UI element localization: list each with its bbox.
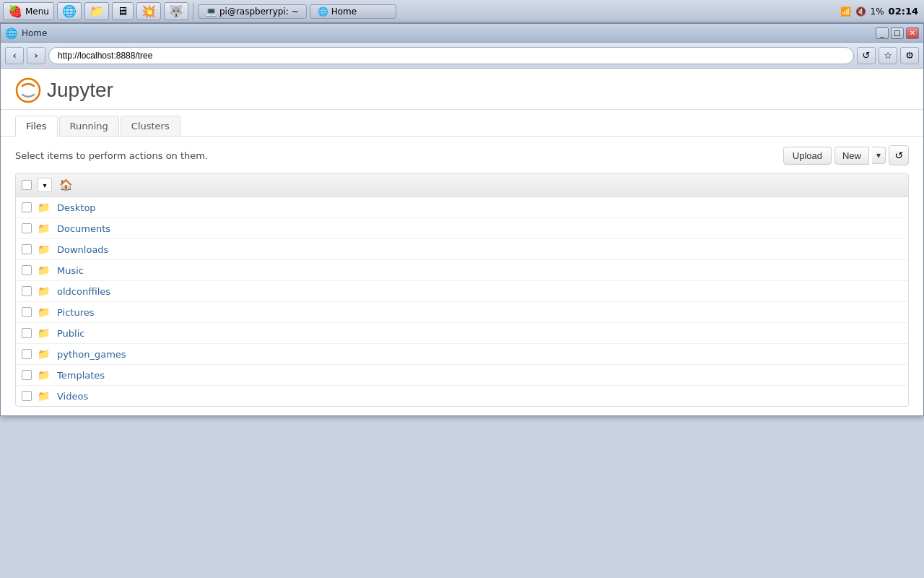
folder-icon: 📁 (38, 306, 50, 318)
file-link-documents[interactable]: Documents (57, 223, 110, 234)
wolf-icon: 🐺 (169, 4, 183, 18)
close-button[interactable]: ✕ (906, 27, 919, 39)
taskbar-burst-icon[interactable]: 💥 (136, 2, 161, 20)
file-checkbox-python-games[interactable] (22, 349, 32, 359)
file-link-music[interactable]: Music (57, 265, 84, 276)
url-bar[interactable] (48, 47, 854, 64)
select-info: Select items to perform actions on them. (15, 150, 208, 161)
taskbar-files-icon[interactable]: 📁 (84, 2, 109, 20)
taskbar-terminal-icon[interactable]: 🖥 (112, 2, 134, 20)
file-checkbox-videos[interactable] (22, 391, 32, 401)
file-link-videos[interactable]: Videos (57, 391, 88, 402)
jupyter-logo (15, 77, 41, 103)
settings-button[interactable]: ⚙ (900, 47, 919, 64)
folder-manager-icon: 📁 (90, 4, 104, 18)
action-buttons: Upload New ▾ ↺ (783, 145, 909, 165)
browser-content: Jupyter Files Running Clusters Select it… (1, 69, 923, 415)
tab-clusters[interactable]: Clusters (121, 116, 180, 136)
terminal-icon: 🖥 (117, 4, 128, 18)
file-table-header: ▾ 🏠 (16, 173, 908, 197)
refresh-button[interactable]: ↺ (889, 145, 909, 165)
tabs: Files Running Clusters (15, 116, 909, 136)
folder-icon: 📁 (38, 369, 50, 381)
folder-icon: 📁 (38, 327, 50, 339)
browser-window-icon: 🌐 (318, 7, 328, 17)
new-button[interactable]: New (834, 147, 869, 165)
taskbar-browser-icon[interactable]: 🌐 (57, 2, 82, 20)
nav-bar: ‹ › ↺ ☆ ⚙ (1, 43, 923, 69)
home-breadcrumb[interactable]: 🏠 (58, 177, 74, 193)
sort-button[interactable]: ▾ (38, 178, 52, 192)
file-actions: Select items to perform actions on them.… (15, 145, 909, 165)
taskbar-wolf-icon[interactable]: 🐺 (164, 2, 188, 20)
minimize-button[interactable]: _ (876, 27, 889, 39)
taskbar-browser-window[interactable]: 🌐 Home (310, 4, 396, 19)
file-checkbox-desktop[interactable] (22, 202, 32, 212)
volume-icon: 🔇 (855, 7, 866, 17)
back-button[interactable]: ‹ (5, 47, 24, 64)
file-checkbox-downloads[interactable] (22, 244, 32, 254)
title-bar: 🌐 Home _ □ ✕ (1, 24, 923, 43)
taskbar: 🍓 Menu 🌐 📁 🖥 💥 🐺 💻 pi@raspberrypi: ~ 🌐 H… (0, 0, 924, 23)
file-row: 📁 python_games (16, 344, 908, 365)
select-all-checkbox[interactable] (22, 180, 32, 190)
bookmark-button[interactable]: ☆ (879, 47, 897, 64)
file-row: 📁 Documents (16, 218, 908, 239)
file-checkbox-documents[interactable] (22, 223, 32, 233)
file-row: 📁 Pictures (16, 302, 908, 323)
folder-icon: 📁 (38, 264, 50, 276)
file-row: 📁 Downloads (16, 239, 908, 260)
browser-window: 🌐 Home _ □ ✕ ‹ › ↺ ☆ ⚙ Jupyter (0, 23, 924, 416)
taskbar-menu[interactable]: 🍓 Menu (3, 2, 54, 20)
svg-point-0 (17, 79, 40, 102)
file-link-oldconffiles[interactable]: oldconffiles (57, 286, 110, 297)
folder-icon: 📁 (38, 348, 50, 360)
taskbar-right: 📶 🔇 1% 02:14 (840, 6, 921, 17)
file-link-python-games[interactable]: python_games (57, 349, 126, 360)
file-checkbox-oldconffiles[interactable] (22, 286, 32, 296)
file-link-pictures[interactable]: Pictures (57, 307, 94, 318)
file-checkbox-public[interactable] (22, 328, 32, 338)
tab-running[interactable]: Running (59, 116, 119, 136)
file-row: 📁 Templates (16, 365, 908, 386)
raspberry-icon: 🍓 (8, 4, 22, 18)
file-checkbox-pictures[interactable] (22, 307, 32, 317)
folder-icon: 📁 (38, 223, 50, 234)
maximize-button[interactable]: □ (891, 27, 904, 39)
file-table: ▾ 🏠 📁 Desktop 📁 Documents 📁 D (15, 173, 909, 407)
folder-icon: 📁 (38, 202, 50, 213)
forward-button[interactable]: › (27, 47, 45, 64)
taskbar-separator (193, 3, 193, 20)
folder-icon: 📁 (38, 285, 50, 297)
terminal-window-icon: 💻 (206, 7, 217, 17)
file-link-desktop[interactable]: Desktop (57, 202, 96, 213)
clock: 02:14 (889, 6, 918, 17)
taskbar-terminal-window[interactable]: 💻 pi@raspberrypi: ~ (198, 4, 307, 19)
folder-icon: 📁 (38, 390, 50, 402)
tab-files[interactable]: Files (15, 116, 58, 137)
wifi-icon: 📶 (840, 7, 851, 17)
burst-icon: 💥 (141, 4, 156, 18)
tabs-bar: Files Running Clusters (1, 110, 923, 137)
file-link-public[interactable]: Public (57, 328, 84, 339)
file-row: 📁 Public (16, 323, 908, 344)
jupyter-title: Jupyter (47, 79, 113, 102)
file-row: 📁 oldconffiles (16, 281, 908, 302)
file-row: 📁 Videos (16, 386, 908, 406)
file-row: 📁 Desktop (16, 197, 908, 218)
reload-button[interactable]: ↺ (857, 47, 876, 64)
file-checkbox-music[interactable] (22, 265, 32, 275)
jupyter-header: Jupyter (1, 69, 923, 110)
battery-label: 1% (871, 7, 884, 17)
new-dropdown-button[interactable]: ▾ (872, 147, 886, 164)
folder-icon: 📁 (38, 243, 50, 255)
file-checkbox-templates[interactable] (22, 370, 32, 380)
file-browser: Select items to perform actions on them.… (1, 137, 923, 415)
file-link-downloads[interactable]: Downloads (57, 244, 108, 255)
upload-button[interactable]: Upload (783, 147, 832, 165)
terminal-window-label: pi@raspberrypi: ~ (219, 7, 299, 17)
menu-label: Menu (25, 7, 49, 17)
globe-icon: 🌐 (62, 4, 77, 18)
window-controls: _ □ ✕ (876, 27, 919, 39)
file-link-templates[interactable]: Templates (57, 370, 105, 381)
